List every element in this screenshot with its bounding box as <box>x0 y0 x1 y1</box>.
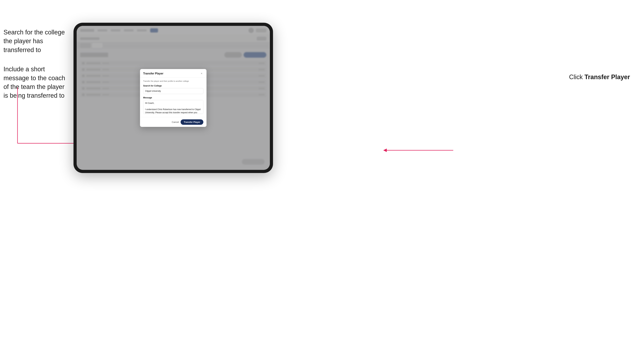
message-label: Message <box>143 96 203 99</box>
tablet-screen: Transfer Player × Transfer the player an… <box>77 26 270 170</box>
modal-header: Transfer Player × <box>140 69 206 78</box>
modal-body: Transfer the player and their profile to… <box>140 78 206 117</box>
modal-close-button[interactable]: × <box>200 72 203 75</box>
modal-overlay: Transfer Player × Transfer the player an… <box>77 26 270 170</box>
svg-marker-4 <box>383 149 387 152</box>
search-college-input[interactable] <box>143 88 203 94</box>
transfer-player-modal: Transfer Player × Transfer the player an… <box>140 69 206 127</box>
modal-title: Transfer Player <box>143 72 164 75</box>
cancel-button[interactable]: Cancel <box>172 121 179 123</box>
annotation-left: Search for the college the player has tr… <box>4 28 66 111</box>
annotation-message-text: Include a short message to the coach of … <box>4 65 66 100</box>
tablet-frame: Transfer Player × Transfer the player an… <box>74 23 273 173</box>
message-textarea[interactable]: Hi Coach, I understand Chris Robertson h… <box>143 100 203 114</box>
modal-description: Transfer the player and their profile to… <box>143 80 203 82</box>
search-college-label: Search for College <box>143 85 203 87</box>
modal-footer: Cancel Transfer Player <box>140 117 206 127</box>
transfer-player-button[interactable]: Transfer Player <box>180 119 203 125</box>
annotation-click-label: Click Transfer Player <box>569 73 630 81</box>
annotation-search-text: Search for the college the player has tr… <box>4 28 66 54</box>
annotation-right: Click Transfer Player <box>569 73 630 81</box>
